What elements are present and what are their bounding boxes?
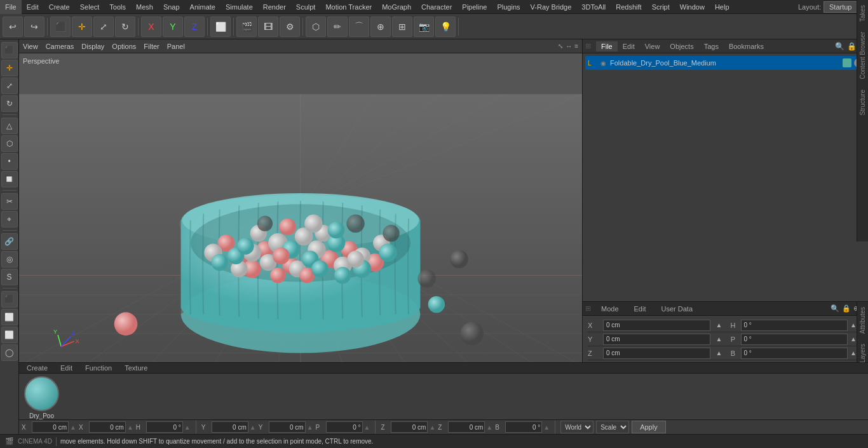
lt-select[interactable]: ⬛ bbox=[1, 42, 18, 58]
viewport-3d[interactable]: X Y Z Perspective Grid Spacing : 100 cm bbox=[19, 53, 582, 407]
menu-pipeline[interactable]: Pipeline bbox=[457, 0, 492, 14]
paint-tool-button[interactable]: ✏ bbox=[327, 17, 348, 37]
object-row-pool[interactable]: L ◉ Foldable_Dry_Pool_Blue_Medium bbox=[585, 56, 865, 70]
camera-button[interactable]: 📷 bbox=[414, 17, 434, 37]
menu-edit[interactable]: Edit bbox=[22, 0, 44, 14]
z-axis-button[interactable]: Z bbox=[184, 17, 205, 37]
attr-b-input[interactable] bbox=[741, 348, 848, 359]
tab-view-rp[interactable]: View bbox=[640, 41, 665, 51]
coord-x-input[interactable] bbox=[32, 421, 69, 433]
redo-button[interactable]: ↪ bbox=[24, 17, 44, 37]
coord-y-inc[interactable]: ▲ bbox=[250, 424, 256, 431]
menu-plugins[interactable]: Plugins bbox=[492, 0, 525, 14]
mat-function-tab[interactable]: Function bbox=[80, 363, 117, 373]
tab-bookmarks-rp[interactable]: Bookmarks bbox=[724, 41, 769, 51]
mat-create-tab[interactable]: Create bbox=[22, 363, 53, 373]
menu-window[interactable]: Window bbox=[675, 0, 710, 14]
tab-objects-rp[interactable]: Objects bbox=[665, 41, 698, 51]
world-select[interactable]: World bbox=[560, 421, 593, 433]
menu-vray[interactable]: V-Ray Bridge bbox=[526, 0, 577, 14]
coord-z-inc[interactable]: ▲ bbox=[429, 424, 435, 431]
grid-button[interactable]: ⊞ bbox=[392, 17, 412, 37]
move-tool-button[interactable]: ✛ bbox=[72, 17, 92, 37]
lt-move[interactable]: ✛ bbox=[1, 60, 18, 76]
tab-edit-rp[interactable]: Edit bbox=[618, 41, 640, 51]
menu-help[interactable]: Help bbox=[710, 0, 735, 14]
attr-x-arrow[interactable]: ▲ bbox=[713, 322, 726, 329]
attr-z-arrow[interactable]: ▲ bbox=[713, 350, 726, 356]
viewport-lock-icon[interactable]: ↔ bbox=[566, 43, 572, 50]
menu-snap[interactable]: Snap bbox=[158, 0, 185, 14]
vtab-takes[interactable]: Takes bbox=[858, 0, 867, 27]
scale-tool-button[interactable]: ⤢ bbox=[93, 17, 114, 37]
attr-mode[interactable]: Mode bbox=[596, 304, 624, 314]
vtab-attributes[interactable]: Attributes bbox=[858, 302, 867, 339]
mat-texture-tab[interactable]: Texture bbox=[119, 363, 153, 373]
material-item[interactable]: Dry_Poo bbox=[24, 376, 59, 419]
lt-point[interactable]: • bbox=[1, 153, 18, 170]
lt-sphere[interactable]: ◯ bbox=[1, 344, 18, 361]
attr-h-input[interactable] bbox=[741, 320, 848, 331]
lt-poly[interactable]: △ bbox=[1, 118, 18, 134]
menu-file[interactable]: File bbox=[0, 0, 22, 14]
select-tool-button[interactable]: ⬛ bbox=[50, 17, 71, 37]
y-axis-button[interactable]: Y bbox=[163, 17, 183, 37]
lt-magnet[interactable]: ⌖ bbox=[1, 211, 18, 227]
mat-edit-tab[interactable]: Edit bbox=[55, 363, 78, 373]
menu-motion-tracker[interactable]: Motion Tracker bbox=[320, 0, 377, 14]
attr-z-input[interactable] bbox=[603, 348, 710, 359]
coord-h-inc[interactable]: ▲ bbox=[184, 424, 191, 431]
lt-soft[interactable]: ◎ bbox=[1, 251, 18, 268]
menu-animate[interactable]: Animate bbox=[185, 0, 220, 14]
render-frame-button[interactable]: 🎬 bbox=[236, 17, 257, 37]
coord-z2-inc[interactable]: ▲ bbox=[486, 424, 492, 431]
coord-b-inc[interactable]: ▲ bbox=[543, 424, 550, 431]
menu-mesh[interactable]: Mesh bbox=[131, 0, 158, 14]
vtab-content-browser[interactable]: Content Browser bbox=[858, 27, 867, 84]
render-view-button[interactable]: 🎞 bbox=[258, 17, 278, 37]
vh-display[interactable]: Display bbox=[81, 43, 104, 50]
coord-y2-input[interactable] bbox=[269, 421, 306, 433]
lock-icon[interactable]: 🔒 bbox=[847, 42, 857, 51]
menu-script[interactable]: Script bbox=[647, 0, 675, 14]
lt-floor[interactable]: ⬛ bbox=[1, 291, 18, 308]
viewport-config-icon[interactable]: ≡ bbox=[574, 43, 578, 50]
menu-redshift[interactable]: Redshift bbox=[611, 0, 646, 14]
vh-cameras[interactable]: Cameras bbox=[46, 43, 74, 50]
attr-y-arrow[interactable]: ▲ bbox=[713, 336, 726, 343]
lt-knife[interactable]: ✂ bbox=[1, 193, 18, 210]
vh-panel[interactable]: Panel bbox=[167, 43, 185, 50]
object-color-dot[interactable] bbox=[843, 58, 851, 67]
coord-x2-input[interactable] bbox=[89, 421, 126, 433]
search-icon[interactable]: 🔍 bbox=[835, 42, 844, 51]
menu-3dtoall[interactable]: 3DToAll bbox=[576, 0, 611, 14]
light-button[interactable]: 💡 bbox=[435, 17, 456, 37]
menu-sculpt[interactable]: Sculpt bbox=[291, 0, 321, 14]
lt-uv[interactable]: 🔲 bbox=[1, 171, 18, 187]
tab-file-rp[interactable]: File bbox=[596, 41, 618, 51]
render-settings-button[interactable]: ⚙ bbox=[280, 17, 300, 37]
menu-tools[interactable]: Tools bbox=[104, 0, 131, 14]
vh-options[interactable]: Options bbox=[112, 43, 136, 50]
coord-z-input[interactable] bbox=[391, 421, 428, 433]
rotate-tool-button[interactable]: ↻ bbox=[115, 17, 135, 37]
coord-p-inc[interactable]: ▲ bbox=[364, 424, 370, 431]
scale-select[interactable]: Scale bbox=[596, 421, 629, 433]
coord-z2-input[interactable] bbox=[448, 421, 485, 433]
lt-sky[interactable]: ⬜ bbox=[1, 309, 18, 325]
perspective-view-button[interactable]: ⬡ bbox=[306, 17, 326, 37]
undo-button[interactable]: ↩ bbox=[3, 17, 23, 37]
tab-tags-rp[interactable]: Tags bbox=[699, 41, 724, 51]
attr-search-icon[interactable]: 🔍 bbox=[831, 304, 839, 313]
menu-render[interactable]: Render bbox=[258, 0, 291, 14]
coord-x-inc[interactable]: ▲ bbox=[70, 424, 76, 431]
apply-button[interactable]: Apply bbox=[632, 421, 666, 433]
coord-p-input[interactable] bbox=[326, 421, 363, 433]
attr-x-input[interactable] bbox=[603, 320, 710, 331]
cube-button[interactable]: ⬜ bbox=[210, 17, 231, 37]
lt-cube[interactable]: ⬜ bbox=[1, 327, 18, 343]
lt-rotate[interactable]: ↻ bbox=[1, 95, 18, 112]
attr-y-input[interactable] bbox=[603, 334, 710, 345]
lt-paint[interactable]: S bbox=[1, 269, 18, 285]
coord-y2-inc[interactable]: ▲ bbox=[307, 424, 313, 431]
